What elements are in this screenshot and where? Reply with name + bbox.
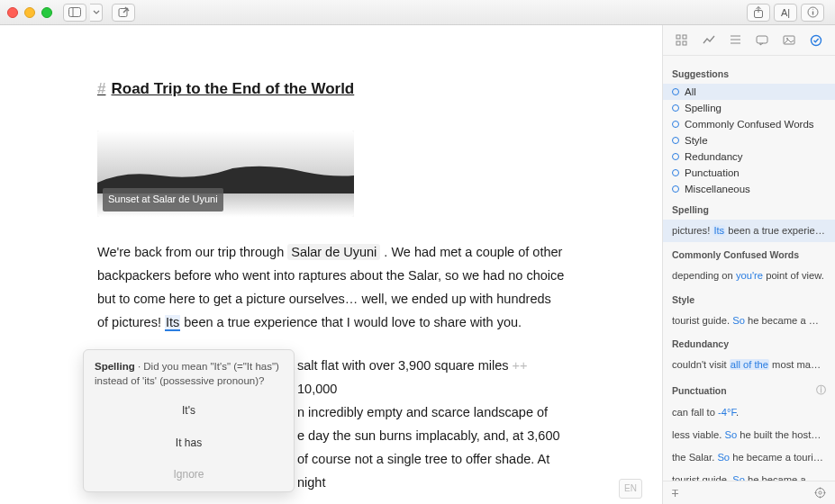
close-window-button[interactable]	[7, 7, 18, 18]
suggestions-heading: Suggestions	[663, 61, 835, 84]
section-punctuation-title: Punctuationⓘ	[663, 376, 835, 401]
issue-confused-0[interactable]: depending on you're point of view.	[663, 265, 835, 287]
issue-redundancy-0[interactable]: couldn't visit all of the most magnifice…	[663, 354, 835, 376]
sidebar-footer: T	[663, 481, 835, 504]
sidebar-dropdown-button[interactable]	[90, 4, 103, 22]
issue-spelling-0[interactable]: pictures! Its been a true experience th…	[663, 220, 835, 242]
sidebar-toggle-button[interactable]	[63, 4, 86, 22]
tab-outline-icon[interactable]	[728, 32, 744, 49]
inspector-tabs	[663, 25, 835, 56]
section-spelling-title: Spelling	[663, 197, 835, 220]
popover-message: Spelling · Did you mean "It's" (="It has…	[84, 350, 294, 395]
embedded-image[interactable]: Sunset at Salar de Uyuni	[97, 130, 354, 217]
image-caption: Sunset at Salar de Uyuni	[103, 188, 223, 212]
filter-all[interactable]: All	[663, 84, 835, 100]
editor-area[interactable]: #Road Trip to the End of the World Sunse…	[0, 25, 662, 504]
svg-point-22	[819, 491, 821, 494]
share-button[interactable]	[747, 4, 770, 22]
svg-point-21	[816, 489, 825, 498]
traffic-lights	[7, 7, 52, 18]
issue-style-0[interactable]: tourist guide. So he became a well kn…	[663, 310, 835, 332]
popover-option-its[interactable]: It's	[84, 395, 294, 428]
text-tools-icon[interactable]: T	[672, 488, 678, 499]
inspector-toggle-button[interactable]	[801, 4, 824, 22]
popover-option-ithas[interactable]: It has	[84, 428, 294, 460]
minimize-window-button[interactable]	[24, 7, 35, 18]
section-confused-title: Commonly Confused Words	[663, 242, 835, 265]
filter-punctuation[interactable]: Punctuation	[663, 165, 835, 181]
link-pill[interactable]: Salar de Uyuni	[287, 244, 380, 260]
svg-rect-12	[676, 41, 680, 45]
filter-misc[interactable]: Miscellaneous	[663, 181, 835, 197]
title-text: Road Trip to the End of the World	[111, 80, 354, 97]
inspector-sidebar: Suggestions All Spelling Commonly Confus…	[662, 25, 835, 504]
svg-rect-17	[757, 36, 767, 43]
zoom-window-button[interactable]	[41, 7, 52, 18]
svg-rect-10	[676, 35, 680, 39]
flagged-word-its[interactable]: Its	[165, 315, 180, 331]
tab-stats-icon[interactable]	[701, 32, 717, 49]
document-title: #Road Trip to the End of the World	[97, 76, 565, 104]
issue-punct-3[interactable]: tourist guide. So he became a well kn…	[663, 469, 835, 481]
tab-media-icon[interactable]	[781, 32, 797, 49]
settings-icon[interactable]	[814, 487, 826, 499]
window-titlebar: A|	[0, 0, 835, 25]
language-indicator[interactable]: EN	[619, 479, 642, 499]
spelling-popover: Spelling · Did you mean "It's" (="It has…	[83, 349, 295, 492]
filter-redundancy[interactable]: Redundancy	[663, 148, 835, 165]
svg-rect-0	[69, 8, 81, 17]
svg-rect-13	[683, 41, 686, 45]
issue-punct-2[interactable]: the Salar. So he became a tourist guid…	[663, 446, 835, 469]
tab-review-icon[interactable]	[808, 32, 824, 49]
heading-marker: #	[97, 80, 105, 97]
filter-confused[interactable]: Commonly Confused Words	[663, 116, 835, 132]
popover-option-ignore[interactable]: Ignore	[84, 459, 294, 491]
tab-comments-icon[interactable]	[754, 32, 770, 49]
issue-punct-0[interactable]: can fall to -4°F.	[663, 401, 835, 424]
info-icon[interactable]: ⓘ	[816, 383, 826, 397]
issue-punct-1[interactable]: less viable. So he built the hostal in U…	[663, 424, 835, 446]
section-redundancy-title: Redundancy	[663, 331, 835, 354]
tab-grid-icon[interactable]	[674, 32, 690, 49]
filter-spelling[interactable]: Spelling	[663, 100, 835, 116]
compose-button[interactable]	[112, 4, 135, 22]
section-style-title: Style	[663, 287, 835, 310]
filter-style[interactable]: Style	[663, 132, 835, 148]
paragraph-1: We're back from our trip through Salar d…	[97, 240, 565, 334]
appearance-button[interactable]: A|	[774, 4, 797, 22]
svg-rect-11	[683, 35, 686, 39]
